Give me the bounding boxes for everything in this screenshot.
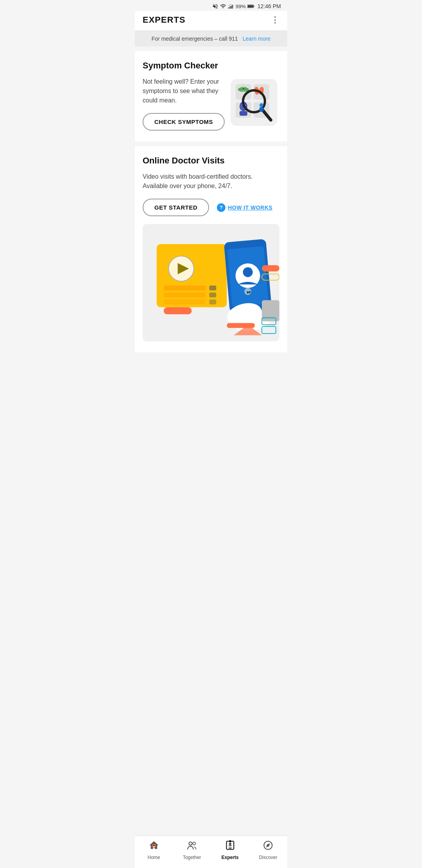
svg-rect-0 — [228, 7, 229, 9]
video-svg: 📷 — [143, 224, 279, 341]
time-display: 12:46 PM — [257, 3, 281, 9]
app-header: EXPERTS ⋮ — [135, 11, 287, 31]
wifi-icon — [220, 3, 226, 9]
how-it-works-button[interactable]: ? HOW IT WORKS — [217, 203, 272, 212]
doctor-actions: GET STARTED ? HOW IT WORKS — [143, 199, 279, 216]
svg-rect-3 — [232, 5, 233, 9]
status-bar: 99% 12:46 PM — [135, 0, 287, 11]
battery-icon — [247, 4, 254, 9]
svg-rect-46 — [262, 300, 279, 321]
svg-rect-30 — [209, 285, 216, 291]
svg-rect-6 — [248, 5, 253, 7]
mute-icon — [212, 3, 218, 9]
svg-rect-31 — [164, 292, 206, 298]
svg-rect-44 — [262, 265, 279, 271]
learn-more-link[interactable]: Learn more — [243, 36, 271, 42]
svg-rect-29 — [164, 285, 206, 291]
how-it-works-label: HOW IT WORKS — [228, 204, 272, 211]
app-title: EXPERTS — [143, 15, 186, 25]
svg-rect-1 — [230, 7, 231, 9]
symptom-checker-card: Symptom Checker Not feeling well? Enter … — [135, 51, 287, 142]
get-started-button[interactable]: GET STARTED — [143, 199, 209, 216]
svg-rect-35 — [164, 307, 192, 314]
check-symptoms-button[interactable]: CHECK SYMPTOMS — [143, 113, 225, 131]
svg-rect-24 — [259, 107, 263, 112]
emergency-banner: For medical emergencies – call 911 Learn… — [135, 31, 287, 47]
online-doctor-card: Online Doctor Visits Video visits with b… — [135, 146, 287, 352]
symptom-checker-description: Not feeling well? Enter your symptoms to… — [143, 77, 224, 105]
symptom-checker-content: Not feeling well? Enter your symptoms to… — [143, 77, 279, 131]
svg-rect-34 — [209, 299, 216, 305]
svg-rect-18 — [240, 87, 247, 90]
svg-point-39 — [243, 267, 253, 277]
video-illustration[interactable]: 📷 — [143, 224, 279, 341]
svg-rect-2 — [231, 6, 232, 9]
signal-icon — [228, 3, 234, 9]
symptom-checker-illustration — [229, 77, 279, 128]
svg-point-23 — [259, 103, 263, 107]
svg-rect-33 — [164, 299, 206, 305]
online-doctor-title: Online Doctor Visits — [143, 156, 279, 166]
svg-rect-5 — [254, 5, 254, 7]
svg-rect-15 — [240, 111, 247, 116]
emergency-text: For medical emergencies – call 911 — [152, 36, 238, 42]
online-doctor-description: Video visits with board-certified doctor… — [143, 172, 275, 191]
more-menu-button[interactable]: ⋮ — [271, 15, 279, 25]
question-icon: ? — [217, 203, 225, 212]
status-icons: 99% 12:46 PM — [212, 3, 281, 9]
svg-text:📷: 📷 — [246, 289, 251, 294]
symptom-checker-title: Symptom Checker — [143, 61, 279, 71]
battery-text: 99% — [236, 4, 246, 9]
svg-rect-32 — [209, 292, 216, 298]
symptom-svg — [229, 77, 279, 128]
